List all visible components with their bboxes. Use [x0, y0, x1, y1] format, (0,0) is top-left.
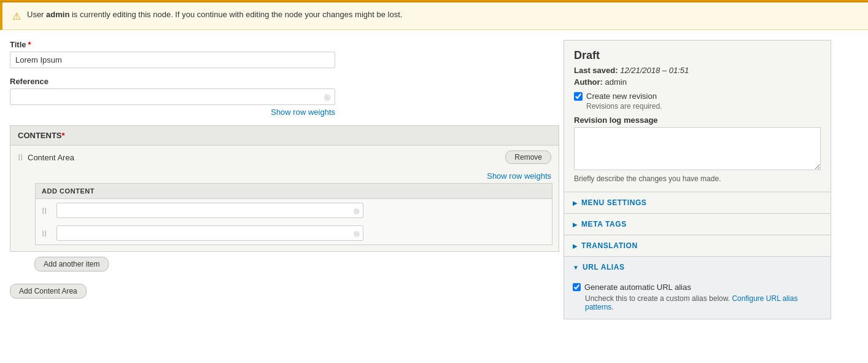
contents-section: CONTENTS* ⁞⁞ Content Area Remove Show ro…	[10, 125, 559, 252]
create-revision-label: Create new revision	[586, 92, 657, 101]
meta-tags-section: ▶ META TAGS	[564, 213, 831, 235]
menu-settings-arrow: ▶	[573, 200, 578, 206]
revision-log-label: Revision log message	[574, 115, 821, 125]
title-input[interactable]	[10, 52, 335, 68]
page-layout: Title* Reference ◎ Show row weights CONT…	[0, 30, 868, 327]
show-row-weights-link-1[interactable]: Show row weights	[10, 107, 335, 117]
meta-tags-label: META TAGS	[581, 220, 627, 228]
add-content-section: ADD CONTENT ⁞⁞ ◎ ⁞⁞ ◎	[35, 183, 552, 245]
add-content-row-1: ⁞⁞ ◎	[36, 199, 552, 222]
add-content-drag-handle-1[interactable]: ⁞⁞	[42, 206, 47, 216]
draft-section: Draft Last saved: 12/21/2018 – 01:51 Aut…	[564, 41, 831, 192]
reference-input-icon: ◎	[324, 93, 330, 101]
add-content-input-icon-1: ◎	[354, 206, 360, 214]
url-alias-arrow: ▼	[573, 264, 579, 271]
content-area-label: Content Area	[28, 153, 505, 162]
show-row-weights-link-2[interactable]: Show row weights	[10, 169, 559, 183]
add-content-input-wrap-2: ◎	[56, 225, 363, 241]
add-content-label: ADD CONTENT	[42, 187, 95, 195]
translation-header[interactable]: ▶ TRANSLATION	[564, 235, 831, 256]
contents-header: CONTENTS*	[10, 126, 559, 146]
reference-group: Reference ◎ Show row weights	[10, 77, 549, 117]
warning-icon: ⚠	[12, 10, 21, 22]
add-another-item-button[interactable]: Add another item	[34, 257, 109, 271]
revisions-required-text: Revisions are required.	[586, 102, 821, 111]
last-saved-value: 12/21/2018 – 01:51	[620, 66, 689, 75]
meta-tags-header[interactable]: ▶ META TAGS	[564, 214, 831, 235]
author-meta: Author: admin	[574, 77, 821, 87]
title-label: Title*	[10, 40, 549, 49]
author-value: admin	[605, 77, 627, 87]
author-label: Author:	[574, 77, 603, 87]
content-area-drag-handle[interactable]: ⁞⁞	[18, 152, 23, 162]
revision-help-text: Briefly describe the changes you have ma…	[574, 174, 821, 183]
generate-url-row: Generate automatic URL alias	[573, 283, 822, 292]
reference-label-text: Reference	[10, 77, 48, 86]
url-alias-section: ▼ URL ALIAS Generate automatic URL alias…	[564, 256, 831, 319]
main-content: Title* Reference ◎ Show row weights CONT…	[0, 40, 559, 327]
revision-log-textarea[interactable]	[574, 127, 821, 170]
menu-settings-section: ▶ MENU SETTINGS	[564, 192, 831, 213]
create-revision-row: Create new revision	[574, 92, 821, 101]
url-alias-content: Generate automatic URL alias Uncheck thi…	[564, 278, 831, 319]
title-required-marker: *	[28, 40, 31, 49]
contents-required-marker: *	[62, 131, 65, 140]
contents-label: CONTENTS	[18, 131, 62, 140]
warning-banner: ⚠ User admin is currently editing this n…	[0, 2, 868, 30]
menu-settings-header[interactable]: ▶ MENU SETTINGS	[564, 192, 831, 213]
generate-url-checkbox[interactable]	[573, 283, 581, 291]
warning-text: User admin is currently editing this nod…	[27, 10, 402, 19]
menu-settings-label: MENU SETTINGS	[581, 198, 646, 207]
translation-arrow: ▶	[573, 243, 578, 249]
remove-button[interactable]: Remove	[505, 150, 551, 164]
warning-message: is currently editing this node. If you c…	[72, 10, 402, 19]
add-content-drag-handle-2[interactable]: ⁞⁞	[42, 228, 47, 238]
url-alias-help-after: .	[611, 303, 613, 311]
sidebar: Draft Last saved: 12/21/2018 – 01:51 Aut…	[559, 40, 841, 327]
last-saved-label: Last saved:	[574, 66, 618, 75]
reference-input-wrapper: ◎	[10, 88, 335, 105]
meta-tags-arrow: ▶	[573, 221, 578, 228]
sidebar-box: Draft Last saved: 12/21/2018 – 01:51 Aut…	[564, 40, 831, 319]
content-area-row: ⁞⁞ Content Area Remove	[10, 146, 559, 169]
create-revision-checkbox[interactable]	[574, 92, 583, 101]
url-alias-help: Uncheck this to create a custom alias be…	[585, 294, 822, 311]
add-content-header: ADD CONTENT	[36, 184, 552, 199]
add-content-input-wrap-1: ◎	[56, 203, 363, 218]
add-content-input-1[interactable]	[56, 203, 363, 218]
add-content-input-2[interactable]	[56, 225, 363, 241]
add-content-row-2: ⁞⁞ ◎	[36, 222, 552, 244]
title-label-text: Title	[10, 40, 26, 49]
generate-url-label: Generate automatic URL alias	[584, 283, 691, 292]
url-alias-label: URL ALIAS	[583, 263, 625, 271]
add-content-area-button[interactable]: Add Content Area	[10, 284, 87, 299]
translation-section: ▶ TRANSLATION	[564, 235, 831, 256]
url-alias-header[interactable]: ▼ URL ALIAS	[564, 257, 831, 278]
add-content-input-icon-2: ◎	[354, 229, 360, 237]
title-group: Title*	[10, 40, 549, 68]
url-alias-help-before: Uncheck this to create a custom alias be…	[585, 294, 732, 303]
translation-label: TRANSLATION	[581, 241, 638, 250]
draft-title: Draft	[574, 49, 821, 62]
last-saved-meta: Last saved: 12/21/2018 – 01:51	[574, 66, 821, 75]
reference-input[interactable]	[10, 88, 335, 105]
warning-user: admin	[46, 10, 69, 19]
reference-label: Reference	[10, 77, 549, 86]
